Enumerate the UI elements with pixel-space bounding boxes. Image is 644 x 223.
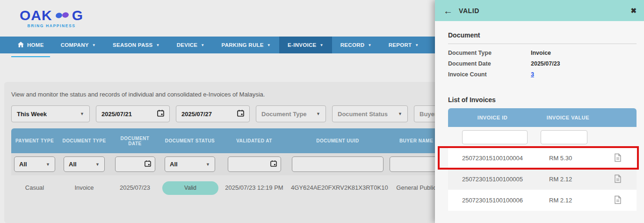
invoice-value-cell: RM 5.30 — [537, 155, 599, 162]
records-grid: PAYMENT TYPE DOCUMENT TYPE DOCUMENT DATE… — [11, 128, 445, 201]
nav-item-company[interactable]: COMPANY▼ — [52, 37, 104, 53]
chevron-down-icon: ▼ — [46, 162, 50, 167]
records-grid-filter-row: All ▼ All ▼ All ▼ — [11, 153, 445, 175]
calendar-icon — [237, 110, 244, 118]
invoice-id-cell: 250723015100100006 — [448, 197, 537, 204]
calendar-icon — [145, 160, 151, 169]
date-range-select[interactable]: This Week ▼ — [11, 105, 90, 122]
chevron-down-icon: ▼ — [398, 112, 402, 116]
panel-title: VALID — [459, 7, 630, 15]
document-date-cell: 2025/07/23 — [110, 184, 159, 192]
brand-logo[interactable]: OAK G BRING HAPPINESS — [20, 8, 83, 28]
list-of-invoices-heading: List of Invoices — [448, 96, 637, 104]
logo-wordmark: OAK — [20, 8, 52, 22]
home-icon — [18, 42, 24, 48]
invoice-row[interactable]: 250723015100100005 RM 2.12 — [448, 169, 637, 190]
document-type-filter-select[interactable]: All ▼ — [64, 156, 105, 172]
back-icon[interactable]: ← — [443, 6, 453, 15]
nav-item-home[interactable]: HOME — [9, 37, 52, 53]
payment-type-filter-select[interactable]: All ▼ — [14, 156, 55, 172]
column-header-invoice-value[interactable]: INVOICE VALUE — [537, 115, 599, 120]
nav-item-device[interactable]: DEVICE▼ — [168, 37, 213, 53]
date-to-picker[interactable]: 2025/07/27 — [176, 105, 250, 122]
panel-body: Document Document Type Invoice Document … — [435, 21, 644, 211]
document-date-filter-picker[interactable] — [115, 156, 155, 172]
payment-type-cell: Casual — [11, 184, 58, 192]
close-icon[interactable]: ✖ — [630, 7, 637, 15]
nav-item-e-invoice[interactable]: E-INVOICE▼ — [279, 37, 332, 53]
document-fields: Document Type Invoice Document Date 2025… — [448, 50, 637, 78]
invoice-filter-row — [448, 127, 637, 148]
document-type-cell: Invoice — [58, 184, 110, 192]
document-status-select[interactable]: Document Status ▼ — [332, 105, 408, 122]
nav-item-parking-rule[interactable]: PARKING RULE▼ — [213, 37, 280, 53]
chevron-down-icon: ▼ — [92, 44, 96, 47]
invoice-id-cell: 250723015100100005 — [448, 176, 537, 183]
invoice-document-icon[interactable] — [599, 153, 637, 164]
chevron-down-icon: ▼ — [206, 162, 210, 167]
column-header-document-status[interactable]: DOCUMENT STATUS — [159, 138, 220, 143]
chevron-down-icon: ▼ — [267, 44, 271, 47]
invoice-id-cell: 250723015100100004 — [448, 155, 537, 162]
record-row[interactable]: Casual Invoice 2025/07/23 Valid 2025/07/… — [11, 175, 445, 201]
column-header-validated-at[interactable]: VALIDATED AT — [220, 138, 288, 143]
document-uuid-cell: 4GY624AE20FXRV2K81X3RT0K10 — [288, 184, 387, 192]
document-uuid-filter-input[interactable] — [292, 156, 383, 172]
invoice-value-cell: RM 2.12 — [537, 176, 599, 183]
chevron-down-icon: ▼ — [316, 112, 320, 116]
logo-wordmark-suffix: G — [72, 8, 83, 22]
chevron-down-icon: ▼ — [201, 44, 204, 47]
field-document-date: Document Date 2025/07/23 — [448, 60, 637, 67]
column-header-document-date[interactable]: DOCUMENT DATE — [110, 136, 159, 146]
column-header-payment-type[interactable]: PAYMENT TYPE — [11, 138, 58, 143]
invoice-value-cell: RM 2.12 — [537, 197, 599, 204]
column-header-document-uuid[interactable]: DOCUMENT UUID — [288, 138, 387, 143]
chevron-down-icon: ▼ — [320, 44, 324, 47]
invoice-row[interactable]: 250723015100100006 RM 2.12 — [448, 190, 637, 211]
invoice-table: INVOICE ID INVOICE VALUE 250723015100100… — [448, 108, 637, 211]
logo-tagline: BRING HAPPINESS — [20, 23, 83, 28]
valid-detail-panel: ← VALID ✖ Document Document Type Invoice… — [435, 0, 644, 223]
nav-item-season-pass[interactable]: SEASON PASS▼ — [104, 37, 168, 53]
records-grid-header: PAYMENT TYPE DOCUMENT TYPE DOCUMENT DATE… — [11, 128, 445, 153]
invoice-value-filter-input[interactable] — [541, 130, 587, 144]
validated-at-cell: 2025/07/23 12:19 PM — [220, 184, 288, 192]
nav-item-report[interactable]: REPORT▼ — [380, 37, 427, 53]
document-status-filter-select[interactable]: All ▼ — [165, 156, 215, 172]
status-badge: Valid — [162, 181, 218, 195]
chevron-down-icon: ▼ — [415, 44, 419, 47]
field-document-type: Document Type Invoice — [448, 50, 637, 57]
invoice-id-filter-input[interactable] — [462, 130, 528, 144]
chevron-down-icon: ▼ — [156, 44, 159, 47]
validated-at-filter-picker[interactable] — [228, 156, 281, 172]
invoice-document-icon[interactable] — [599, 174, 637, 185]
invoice-row[interactable]: 250723015100100004 RM 5.30 — [448, 148, 637, 169]
calendar-icon — [157, 110, 164, 118]
calendar-icon — [270, 160, 277, 169]
document-status-cell: Valid — [159, 181, 220, 195]
invoice-count-link[interactable]: 3 — [531, 71, 534, 78]
panel-header: ← VALID ✖ — [435, 0, 644, 21]
chevron-down-icon: ▼ — [368, 44, 371, 47]
document-type-select[interactable]: Document Type ▼ — [256, 105, 326, 122]
column-header-invoice-id[interactable]: INVOICE ID — [448, 115, 537, 120]
column-header-document-type[interactable]: DOCUMENT TYPE — [58, 138, 110, 143]
nav-item-record[interactable]: RECORD▼ — [332, 37, 380, 53]
sunglasses-icon — [54, 12, 70, 21]
document-section-heading: Document — [448, 31, 637, 44]
invoice-table-header: INVOICE ID INVOICE VALUE — [448, 108, 637, 127]
chevron-down-icon: ▼ — [95, 162, 100, 167]
field-invoice-count: Invoice Count 3 — [448, 71, 637, 78]
date-from-picker[interactable]: 2025/07/21 — [96, 105, 170, 122]
invoice-document-icon[interactable] — [599, 195, 637, 206]
chevron-down-icon: ▼ — [80, 112, 84, 116]
